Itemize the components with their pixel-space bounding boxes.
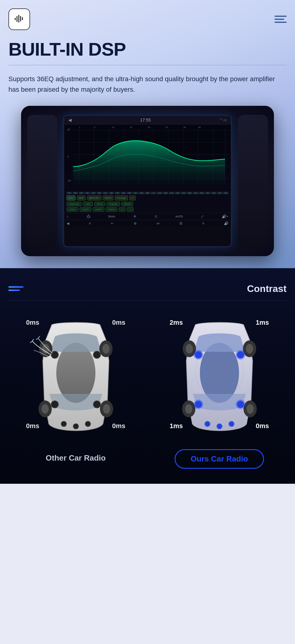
freq-item[interactable]: 17: [217, 192, 222, 194]
freq-item[interactable]: 33: [121, 192, 126, 194]
dts-button[interactable]: ●dts: [67, 195, 76, 201]
freq-item[interactable]: 26: [79, 192, 84, 194]
title-divider: [8, 65, 287, 65]
srs-button[interactable]: SRS®: [103, 195, 113, 201]
freq-item[interactable]: 22: [67, 192, 72, 194]
svg-rect-1: [15, 18, 16, 20]
freq-item[interactable]: +5: [85, 192, 90, 194]
freq-item[interactable]: 30: [115, 192, 120, 194]
freq-item[interactable]: 1: [151, 192, 156, 194]
freq-item[interactable]: 20: [223, 192, 228, 194]
freq-item[interactable]: 6.7: [193, 192, 198, 194]
power-icon[interactable]: ⏻: [87, 214, 90, 219]
add-user-button[interactable]: +: [119, 207, 126, 212]
other-car-timing-labels: 0ms 0ms 0ms 0ms: [25, 316, 127, 442]
through-button[interactable]: Through: [115, 195, 128, 201]
section-header: Contrast: [8, 283, 287, 294]
other-car-comparison: 0ms 0ms 0ms 0ms Other Car Radio: [8, 316, 143, 467]
dolby-button[interactable]: ⊞DOLBY: [87, 195, 101, 201]
arrows-icon[interactable]: ⇌: [157, 221, 160, 225]
other-tl-bottom-right: 0ms: [112, 422, 125, 430]
freq-item[interactable]: 80: [97, 192, 102, 194]
back-button[interactable]: ◀: [68, 118, 72, 122]
svg-text:-20: -20: [67, 179, 71, 182]
return-icon[interactable]: ↵: [111, 221, 114, 225]
classical-button[interactable]: Classical: [67, 202, 82, 206]
freq-item[interactable]: 24: [73, 192, 78, 194]
other-tl-top-left: 0ms: [26, 319, 39, 327]
freq-item[interactable]: 2.4: [169, 192, 174, 194]
freq-item[interactable]: 10: [103, 192, 108, 194]
eq-graph-display: 20 0 -20 1 5 10 15 20 25 30 36: [64, 124, 231, 191]
subtitle-text: Supports 36EQ adjustment, and the ultra-…: [8, 74, 287, 95]
popular-button[interactable]: Popular: [107, 202, 120, 206]
vol-up-icon[interactable]: 🔊+: [222, 214, 228, 219]
eq-screen: ◀ 17:55 ⌃ ▭: [63, 115, 232, 247]
status-icons: ⌃ ▭: [219, 118, 227, 122]
contrast-label: Contrast: [247, 283, 287, 294]
section-divider: [8, 300, 287, 301]
our-tl-top-left: 2ms: [170, 319, 183, 327]
gauge-icon[interactable]: ⊞: [179, 221, 182, 225]
auto-label: AUTO: [175, 215, 183, 218]
user5-button[interactable]: User5: [106, 207, 117, 212]
user1-button[interactable]: User1: [67, 207, 78, 212]
vol-icon[interactable]: 🔊: [224, 221, 228, 225]
our-tl-bottom-left: 1ms: [170, 422, 183, 430]
car-unit-container: ◀ 17:55 ⌃ ▭: [21, 106, 274, 256]
logo-icon: [13, 12, 25, 26]
hamburger-line-2: [275, 19, 284, 20]
svg-text:15: 15: [130, 126, 132, 129]
snowflake-icon[interactable]: ❄: [133, 214, 136, 219]
svg-text:36: 36: [198, 126, 201, 129]
back-nav-icon[interactable]: ◀: [67, 221, 69, 225]
fan2-icon[interactable]: ⊕: [134, 221, 137, 225]
freq-item[interactable]: 14: [211, 192, 216, 194]
freq-item[interactable]: 8.5: [199, 192, 204, 194]
our-car-timing-labels: 2ms 1ms 1ms 0ms: [168, 316, 271, 442]
freq-item[interactable]: 1.3: [157, 192, 162, 194]
hamburger-button[interactable]: [275, 16, 287, 23]
jazz-button[interactable]: Jazz: [83, 202, 93, 206]
other-tl-top-right: 0ms: [112, 319, 125, 327]
home-icon[interactable]: ⌂: [67, 214, 69, 219]
our-tl-bottom-right: 0ms: [256, 422, 269, 430]
svg-rect-3: [18, 15, 19, 23]
freq-item[interactable]: 3.2: [175, 192, 180, 194]
audio-button[interactable]: ♪♪: [129, 195, 136, 201]
logo-box: [8, 8, 30, 30]
page-title: BUILT-IN DSP: [8, 39, 287, 60]
svg-text:5: 5: [94, 126, 95, 129]
freq-item[interactable]: 11: [205, 192, 210, 194]
hamburger-line-1: [275, 16, 287, 17]
fan-icon[interactable]: ⊙: [154, 214, 157, 219]
eq-user-row: User1 User2 User3 User5 + −: [67, 207, 228, 212]
freq-item[interactable]: 85: [145, 192, 150, 194]
freq-item[interactable]: 47: [133, 192, 138, 194]
freq-item[interactable]: 5.5: [187, 192, 192, 194]
freq-item[interactable]: 4.1: [181, 192, 186, 194]
eq-presets-row: Classical Jazz Rock Popular Reset: [67, 202, 228, 206]
zero-label: 0: [89, 222, 91, 225]
freq-item[interactable]: 39: [127, 192, 132, 194]
car-unit-area: ◀ 17:55 ⌃ ▭: [8, 106, 287, 268]
reset-button[interactable]: Reset: [121, 202, 133, 206]
our-car-label-button[interactable]: Ours Car Radio: [175, 449, 264, 469]
remove-user-button[interactable]: −: [127, 207, 134, 212]
expand-icon[interactable]: ⤢: [201, 214, 204, 219]
eq-freq-row: 22 24 26 +5 45 80 10 18 30 33 39 47 70 8…: [67, 192, 228, 194]
user2-button[interactable]: User2: [79, 207, 91, 212]
section-line-2: [8, 290, 20, 291]
freq-item[interactable]: 70: [139, 192, 144, 194]
svg-text:25: 25: [165, 126, 168, 129]
section-line-1: [8, 286, 23, 288]
bbe-button[interactable]: BBE: [77, 195, 86, 201]
rock-button[interactable]: Rock: [94, 202, 105, 206]
user3-button[interactable]: User3: [93, 207, 104, 212]
status-time: 17:55: [140, 118, 151, 122]
svg-text:20: 20: [148, 126, 150, 129]
freq-item[interactable]: 18: [109, 192, 114, 194]
screen-controls-2: ◀ 0 ↵ ⊕ ⇌ ⊞ 0 🔊: [64, 220, 231, 227]
freq-item[interactable]: 45: [91, 192, 96, 194]
freq-item[interactable]: 1.8: [163, 192, 168, 194]
